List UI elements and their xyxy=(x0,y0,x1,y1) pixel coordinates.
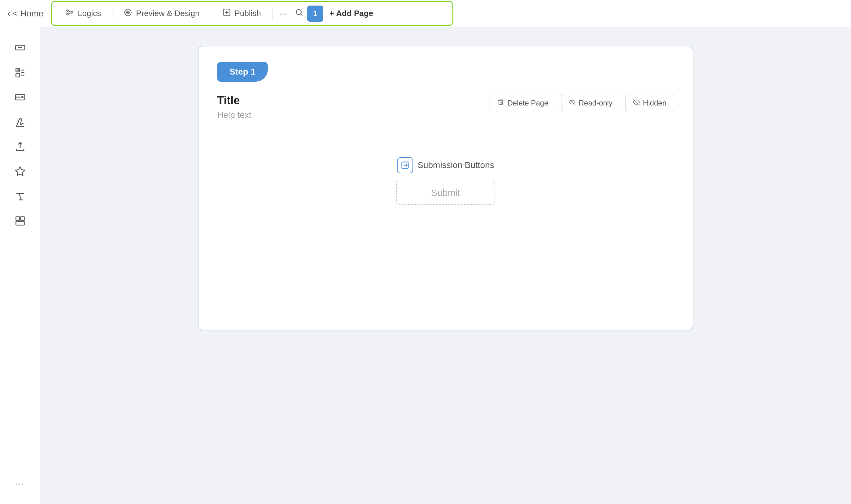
home-link[interactable]: ‹ < Home xyxy=(7,9,44,19)
delete-page-button[interactable]: Delete Page xyxy=(490,94,556,112)
page-number: 1 xyxy=(313,9,317,18)
page-number-badge[interactable]: 1 xyxy=(307,5,323,22)
svg-point-7 xyxy=(296,10,301,15)
canvas-area: Step 1 Title Help text xyxy=(40,27,851,504)
main-area: ··· Step 1 Title Help text xyxy=(0,27,851,504)
submit-button-preview[interactable]: Submit xyxy=(396,181,495,205)
sidebar-item-input[interactable] xyxy=(9,36,31,59)
trash-icon xyxy=(497,99,504,107)
svg-point-2 xyxy=(71,12,73,13)
sidebar-more-icon: ··· xyxy=(16,479,24,488)
top-navigation: ‹ < Home Logics Preview & Design xyxy=(0,0,851,27)
add-page-button[interactable]: + Add Page xyxy=(323,5,379,21)
page-title-section: Title Help text xyxy=(217,94,251,120)
sidebar-more-button[interactable]: ··· xyxy=(9,472,31,495)
sidebar-item-checkbox[interactable] xyxy=(9,61,31,84)
submission-text: Submission Buttons xyxy=(417,160,494,170)
search-button[interactable] xyxy=(291,5,307,22)
publish-nav-item[interactable]: Publish xyxy=(214,5,270,22)
step-badge: Step 1 xyxy=(217,62,268,82)
left-sidebar: ··· xyxy=(0,27,40,504)
nav-divider-3 xyxy=(272,7,273,20)
preview-nav-item[interactable]: Preview & Design xyxy=(115,5,208,22)
readonly-button[interactable]: Read-only xyxy=(561,94,620,112)
back-arrow-icon: ‹ xyxy=(7,9,10,19)
svg-rect-25 xyxy=(16,221,24,225)
add-page-label: + Add Page xyxy=(330,9,373,18)
more-dots-icon: ··· xyxy=(279,9,286,19)
submission-area: Submission Buttons Submit xyxy=(217,157,674,205)
preview-icon xyxy=(124,8,132,19)
svg-rect-14 xyxy=(16,73,19,77)
publish-icon xyxy=(222,8,231,19)
nav-toolbar: Logics Preview & Design P xyxy=(51,1,453,26)
svg-rect-24 xyxy=(20,217,24,221)
nav-divider-1 xyxy=(112,7,112,20)
submission-icon xyxy=(397,157,413,173)
sidebar-item-upload[interactable] xyxy=(9,136,31,158)
more-menu-button[interactable]: ··· xyxy=(275,5,291,22)
search-icon xyxy=(295,8,303,19)
preview-label: Preview & Design xyxy=(136,9,199,18)
readonly-label: Read-only xyxy=(579,99,612,107)
sidebar-item-rating[interactable] xyxy=(9,160,31,182)
svg-marker-19 xyxy=(16,167,25,176)
submission-label-row: Submission Buttons xyxy=(397,157,494,173)
sidebar-item-signature[interactable] xyxy=(9,111,31,133)
logics-label: Logics xyxy=(78,9,101,18)
home-label: < Home xyxy=(13,9,44,19)
publish-label: Publish xyxy=(235,9,261,18)
svg-line-21 xyxy=(19,193,21,200)
page-actions: Delete Page Read-only xyxy=(490,94,674,112)
form-page-card: Step 1 Title Help text xyxy=(198,46,693,330)
sidebar-item-dropdown[interactable] xyxy=(9,86,31,108)
page-header: Title Help text Delete Page xyxy=(217,94,674,120)
readonly-icon xyxy=(569,99,576,107)
svg-point-0 xyxy=(67,10,68,12)
sidebar-item-text[interactable] xyxy=(9,185,31,207)
submit-btn-label: Submit xyxy=(431,187,460,198)
sidebar-item-layout[interactable] xyxy=(9,210,31,232)
page-title: Title xyxy=(217,94,251,107)
logics-icon xyxy=(65,8,74,19)
delete-page-label: Delete Page xyxy=(507,99,548,107)
step-label: Step 1 xyxy=(229,67,256,76)
page-help-text: Help text xyxy=(217,110,251,120)
hidden-button[interactable]: Hidden xyxy=(625,94,674,112)
svg-point-5 xyxy=(127,12,129,13)
svg-rect-23 xyxy=(16,217,19,221)
hidden-icon xyxy=(633,99,640,107)
hidden-label: Hidden xyxy=(643,99,666,107)
svg-point-1 xyxy=(67,13,68,15)
logics-nav-item[interactable]: Logics xyxy=(57,5,110,22)
